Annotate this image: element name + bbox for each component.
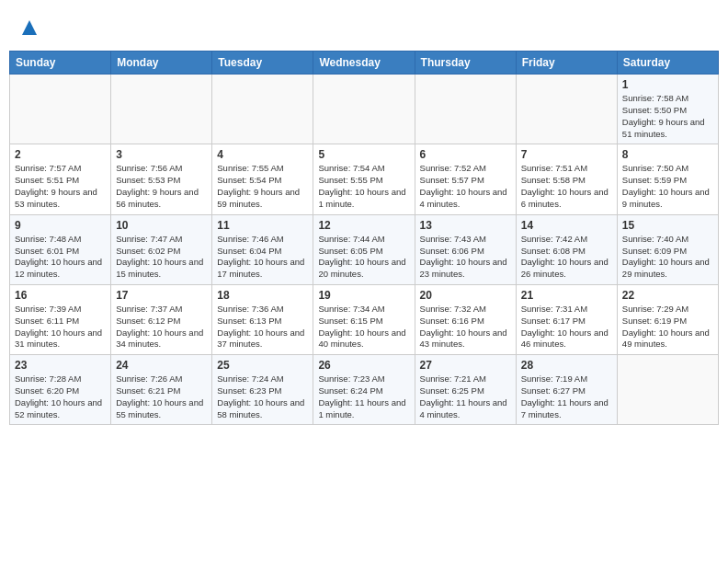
day-number: 3 [116, 148, 207, 161]
day-content: Sunrise: 7:21 AM Sunset: 6:25 PM Dayligh… [420, 373, 511, 420]
day-content: Sunrise: 7:50 AM Sunset: 5:59 PM Dayligh… [622, 163, 713, 210]
day-number: 24 [116, 359, 207, 372]
day-number: 7 [521, 148, 612, 161]
day-number: 20 [420, 289, 511, 302]
day-content: Sunrise: 7:37 AM Sunset: 6:12 PM Dayligh… [116, 304, 207, 350]
day-content: Sunrise: 7:24 AM Sunset: 6:23 PM Dayligh… [217, 373, 308, 420]
day-content: Sunrise: 7:58 AM Sunset: 5:50 PM Dayligh… [622, 93, 713, 140]
logo-icon [20, 18, 39, 37]
day-content: Sunrise: 7:55 AM Sunset: 5:54 PM Dayligh… [217, 163, 308, 210]
calendar-cell: 9Sunrise: 7:48 AM Sunset: 6:01 PM Daylig… [10, 214, 111, 284]
calendar-cell [111, 75, 212, 144]
day-of-week-header: Thursday [415, 52, 516, 75]
day-content: Sunrise: 7:57 AM Sunset: 5:51 PM Dayligh… [15, 163, 106, 210]
calendar-cell [617, 355, 718, 425]
calendar-week-row: 2Sunrise: 7:57 AM Sunset: 5:51 PM Daylig… [10, 144, 719, 214]
day-content: Sunrise: 7:43 AM Sunset: 6:06 PM Dayligh… [420, 234, 511, 281]
day-content: Sunrise: 7:26 AM Sunset: 6:21 PM Dayligh… [116, 373, 207, 420]
calendar-week-row: 9Sunrise: 7:48 AM Sunset: 6:01 PM Daylig… [10, 214, 719, 284]
day-number: 26 [318, 359, 409, 372]
calendar-cell: 24Sunrise: 7:26 AM Sunset: 6:21 PM Dayli… [111, 355, 212, 425]
day-number: 2 [15, 148, 106, 161]
calendar-cell: 3Sunrise: 7:56 AM Sunset: 5:53 PM Daylig… [111, 144, 212, 214]
day-number: 11 [217, 219, 308, 232]
day-number: 18 [217, 289, 308, 302]
day-content: Sunrise: 7:23 AM Sunset: 6:24 PM Dayligh… [318, 373, 409, 420]
calendar-week-row: 23Sunrise: 7:28 AM Sunset: 6:20 PM Dayli… [10, 355, 719, 425]
logo [18, 18, 39, 41]
day-of-week-header: Wednesday [313, 52, 415, 75]
day-number: 21 [521, 289, 612, 302]
calendar-cell [313, 75, 415, 144]
day-number: 14 [521, 219, 612, 232]
calendar-cell: 5Sunrise: 7:54 AM Sunset: 5:55 PM Daylig… [313, 144, 415, 214]
calendar-cell: 7Sunrise: 7:51 AM Sunset: 5:58 PM Daylig… [516, 144, 617, 214]
calendar-cell: 19Sunrise: 7:34 AM Sunset: 6:15 PM Dayli… [313, 284, 415, 354]
day-number: 1 [622, 78, 713, 91]
day-number: 15 [622, 219, 713, 232]
day-content: Sunrise: 7:51 AM Sunset: 5:58 PM Dayligh… [521, 163, 612, 210]
calendar-cell: 27Sunrise: 7:21 AM Sunset: 6:25 PM Dayli… [415, 355, 516, 425]
day-number: 13 [420, 219, 511, 232]
day-content: Sunrise: 7:31 AM Sunset: 6:17 PM Dayligh… [521, 304, 612, 350]
day-number: 22 [622, 289, 713, 302]
calendar-header-row: SundayMondayTuesdayWednesdayThursdayFrid… [10, 52, 719, 75]
calendar-cell: 8Sunrise: 7:50 AM Sunset: 5:59 PM Daylig… [617, 144, 718, 214]
calendar-cell [10, 75, 111, 144]
day-content: Sunrise: 7:29 AM Sunset: 6:19 PM Dayligh… [622, 304, 713, 350]
calendar-cell: 6Sunrise: 7:52 AM Sunset: 5:57 PM Daylig… [415, 144, 516, 214]
day-content: Sunrise: 7:39 AM Sunset: 6:11 PM Dayligh… [15, 304, 106, 350]
day-number: 10 [116, 219, 207, 232]
day-of-week-header: Friday [516, 52, 617, 75]
calendar-cell: 1Sunrise: 7:58 AM Sunset: 5:50 PM Daylig… [617, 75, 718, 144]
page-header [9, 9, 719, 46]
day-content: Sunrise: 7:56 AM Sunset: 5:53 PM Dayligh… [116, 163, 207, 210]
day-number: 28 [521, 359, 612, 372]
day-content: Sunrise: 7:46 AM Sunset: 6:04 PM Dayligh… [217, 234, 308, 281]
calendar-week-row: 1Sunrise: 7:58 AM Sunset: 5:50 PM Daylig… [10, 75, 719, 144]
day-content: Sunrise: 7:36 AM Sunset: 6:13 PM Dayligh… [217, 304, 308, 350]
day-of-week-header: Monday [111, 52, 212, 75]
day-number: 6 [420, 148, 511, 161]
day-content: Sunrise: 7:40 AM Sunset: 6:09 PM Dayligh… [622, 234, 713, 281]
day-content: Sunrise: 7:28 AM Sunset: 6:20 PM Dayligh… [15, 373, 106, 420]
calendar-cell: 13Sunrise: 7:43 AM Sunset: 6:06 PM Dayli… [415, 214, 516, 284]
calendar-cell: 22Sunrise: 7:29 AM Sunset: 6:19 PM Dayli… [617, 284, 718, 354]
calendar-cell [212, 75, 313, 144]
day-content: Sunrise: 7:42 AM Sunset: 6:08 PM Dayligh… [521, 234, 612, 281]
day-number: 23 [15, 359, 106, 372]
logo-text [18, 18, 39, 41]
day-of-week-header: Tuesday [212, 52, 313, 75]
calendar-cell: 12Sunrise: 7:44 AM Sunset: 6:05 PM Dayli… [313, 214, 415, 284]
calendar-week-row: 16Sunrise: 7:39 AM Sunset: 6:11 PM Dayli… [10, 284, 719, 354]
day-content: Sunrise: 7:19 AM Sunset: 6:27 PM Dayligh… [521, 373, 612, 420]
svg-marker-0 [22, 20, 37, 35]
calendar-cell: 28Sunrise: 7:19 AM Sunset: 6:27 PM Dayli… [516, 355, 617, 425]
day-number: 12 [318, 219, 409, 232]
calendar-cell: 20Sunrise: 7:32 AM Sunset: 6:16 PM Dayli… [415, 284, 516, 354]
day-number: 8 [622, 148, 713, 161]
day-number: 19 [318, 289, 409, 302]
day-content: Sunrise: 7:52 AM Sunset: 5:57 PM Dayligh… [420, 163, 511, 210]
day-number: 27 [420, 359, 511, 372]
day-number: 25 [217, 359, 308, 372]
calendar-cell: 15Sunrise: 7:40 AM Sunset: 6:09 PM Dayli… [617, 214, 718, 284]
day-content: Sunrise: 7:48 AM Sunset: 6:01 PM Dayligh… [15, 234, 106, 281]
day-content: Sunrise: 7:32 AM Sunset: 6:16 PM Dayligh… [420, 304, 511, 350]
calendar-cell [516, 75, 617, 144]
day-content: Sunrise: 7:34 AM Sunset: 6:15 PM Dayligh… [318, 304, 409, 350]
day-number: 9 [15, 219, 106, 232]
day-number: 17 [116, 289, 207, 302]
calendar-cell: 11Sunrise: 7:46 AM Sunset: 6:04 PM Dayli… [212, 214, 313, 284]
day-content: Sunrise: 7:44 AM Sunset: 6:05 PM Dayligh… [318, 234, 409, 281]
calendar-cell: 10Sunrise: 7:47 AM Sunset: 6:02 PM Dayli… [111, 214, 212, 284]
calendar-cell: 14Sunrise: 7:42 AM Sunset: 6:08 PM Dayli… [516, 214, 617, 284]
calendar-cell: 18Sunrise: 7:36 AM Sunset: 6:13 PM Dayli… [212, 284, 313, 354]
day-of-week-header: Sunday [10, 52, 111, 75]
calendar-cell: 26Sunrise: 7:23 AM Sunset: 6:24 PM Dayli… [313, 355, 415, 425]
day-number: 4 [217, 148, 308, 161]
calendar-cell: 17Sunrise: 7:37 AM Sunset: 6:12 PM Dayli… [111, 284, 212, 354]
calendar-cell: 25Sunrise: 7:24 AM Sunset: 6:23 PM Dayli… [212, 355, 313, 425]
calendar-cell: 2Sunrise: 7:57 AM Sunset: 5:51 PM Daylig… [10, 144, 111, 214]
day-number: 5 [318, 148, 409, 161]
